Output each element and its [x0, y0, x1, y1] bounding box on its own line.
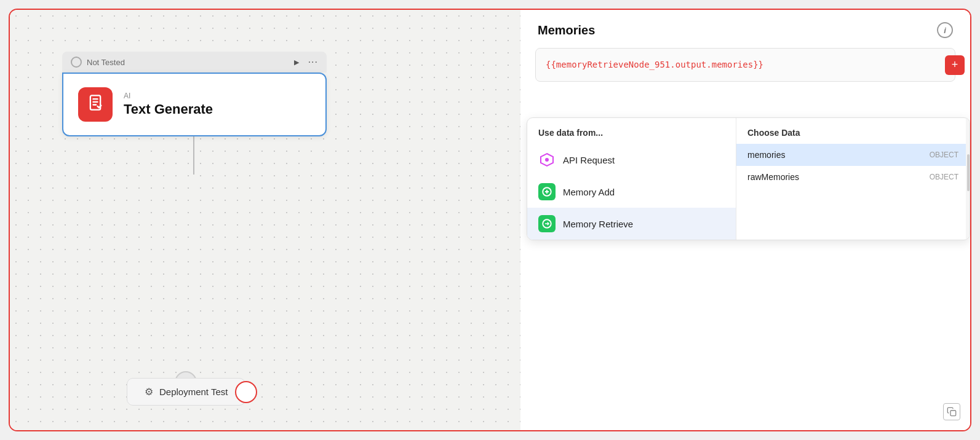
data-item-memories-type: OBJECT: [930, 151, 958, 159]
node-card[interactable]: AI Text Generate: [62, 73, 327, 136]
api-icon: [538, 151, 556, 168]
choose-data-panel: Choose Data memories OBJECT rawMemories …: [736, 118, 970, 240]
data-item-raw-memories[interactable]: rawMemories OBJECT: [736, 166, 970, 188]
svg-rect-5: [950, 411, 956, 416]
memory-code: {{memoryRetrieveNode_951.output.memories…: [546, 58, 945, 71]
choose-data-header: Choose Data: [736, 118, 970, 144]
node-icon-wrap: [78, 87, 113, 122]
ai-node-icon: [87, 94, 104, 115]
deployment-circle: [235, 381, 257, 403]
data-item-raw-memories-name: rawMemories: [747, 172, 799, 182]
memories-title: Memories: [538, 23, 595, 37]
use-data-header: Use data from...: [527, 118, 736, 144]
sliders-icon: ⚙: [145, 386, 153, 398]
node-name: Text Generate: [124, 101, 213, 117]
deployment-bar[interactable]: ⚙ Deployment Test: [127, 378, 245, 406]
node-wrapper: Not Tested ▶ ···: [62, 52, 327, 136]
more-button[interactable]: ···: [308, 57, 318, 68]
copy-icon[interactable]: [943, 403, 960, 420]
scrollbar-thumb: [967, 154, 970, 191]
memories-header: Memories i: [520, 22, 970, 48]
source-memory-add[interactable]: Memory Add: [527, 176, 736, 208]
scrollbar: [966, 118, 970, 240]
dropdown-panel: Use data from... API Request: [527, 117, 970, 240]
deployment-label: Deployment Test: [159, 387, 228, 397]
node-type: AI: [124, 92, 213, 100]
canvas-area: Not Tested ▶ ···: [10, 10, 520, 430]
node-text: AI Text Generate: [124, 92, 213, 117]
status-circle: [71, 57, 82, 68]
memory-add-label: Memory Add: [563, 187, 615, 197]
status-label: Not Tested: [87, 58, 285, 67]
right-panel: Memories i {{memoryRetrieveNode_951.outp…: [520, 10, 970, 430]
data-item-memories[interactable]: memories OBJECT: [736, 144, 970, 166]
memory-retrieve-label: Memory Retrieve: [563, 219, 633, 229]
info-icon[interactable]: i: [937, 22, 953, 38]
play-button[interactable]: ▶: [290, 55, 303, 69]
node-status-bar: Not Tested ▶ ···: [62, 52, 327, 73]
memory-code-box: {{memoryRetrieveNode_951.output.memories…: [535, 48, 955, 82]
api-request-label: API Request: [563, 155, 615, 165]
memory-retrieve-icon: [538, 215, 556, 232]
use-data-panel: Use data from... API Request: [527, 118, 736, 240]
add-code-button[interactable]: +: [945, 55, 965, 75]
data-item-raw-memories-type: OBJECT: [930, 173, 958, 181]
data-item-memories-name: memories: [747, 150, 785, 160]
source-memory-retrieve[interactable]: Memory Retrieve: [527, 208, 736, 240]
main-container: Not Tested ▶ ···: [9, 9, 971, 431]
svg-point-2: [545, 158, 549, 162]
memory-add-icon: [538, 183, 556, 200]
source-api-request[interactable]: API Request: [527, 144, 736, 176]
